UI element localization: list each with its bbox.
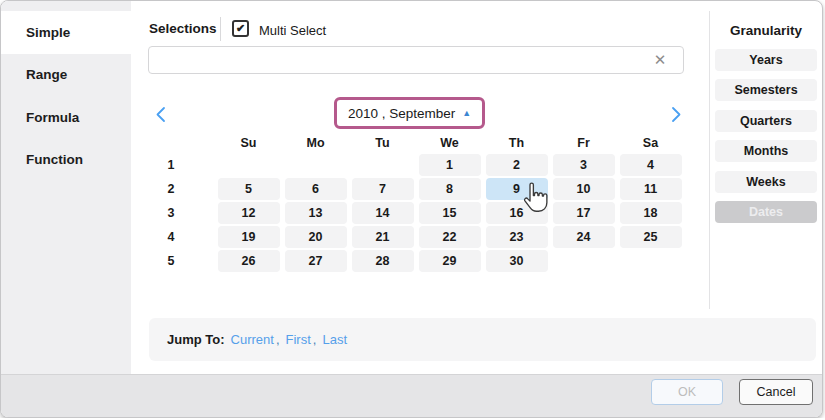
selections-label: Selections (149, 21, 217, 36)
selections-input[interactable] (148, 46, 684, 74)
granularity-years-button[interactable]: Years (715, 49, 817, 71)
day-button[interactable]: 13 (285, 202, 347, 224)
empty-day-cell (617, 249, 684, 273)
mode-sidebar: Simple Range Formula Function (1, 1, 131, 377)
next-month-button[interactable] (667, 105, 685, 123)
separator: , (313, 332, 317, 347)
jump-to-bar: Jump To: Current , First , Last (149, 318, 816, 361)
annotation-highlight: 2010 , September ▲ (334, 97, 485, 129)
day-button[interactable]: 25 (620, 226, 682, 248)
previous-month-button[interactable] (151, 105, 169, 123)
day-button[interactable]: 7 (352, 178, 414, 200)
jump-to-current-link[interactable]: Current (231, 332, 274, 347)
day-button[interactable]: 16 (486, 202, 548, 224)
empty-day-cell (215, 153, 282, 177)
sidebar-item-function[interactable]: Function (1, 138, 131, 181)
dropdown-up-icon: ▲ (462, 109, 471, 118)
day-button[interactable]: 21 (352, 226, 414, 248)
date-picker-dialog: Simple Range Formula Function Selections… (0, 0, 823, 418)
separator: , (276, 332, 280, 347)
month-year-dropdown[interactable]: 2010 , September ▲ (348, 106, 471, 121)
day-button[interactable]: 2 (486, 154, 548, 176)
empty-day-cell (550, 249, 617, 273)
sidebar-item-simple[interactable]: Simple (1, 11, 131, 54)
day-button[interactable]: 22 (419, 226, 481, 248)
day-button[interactable]: 14 (352, 202, 414, 224)
week-number: 5 (127, 249, 215, 273)
day-button[interactable]: 19 (218, 226, 280, 248)
day-button[interactable]: 12 (218, 202, 280, 224)
day-button[interactable]: 23 (486, 226, 548, 248)
clear-icon[interactable]: ✕ (649, 50, 671, 70)
month-year-label: 2010 , September (348, 106, 455, 121)
day-button[interactable]: 3 (553, 154, 615, 176)
granularity-semesters-button[interactable]: Semesters (715, 79, 817, 101)
chevron-right-icon (671, 106, 682, 123)
weekday-header: Mo (282, 133, 349, 153)
day-button[interactable]: 24 (553, 226, 615, 248)
granularity-weeks-button[interactable]: Weeks (715, 171, 817, 193)
ok-button[interactable]: OK (651, 379, 723, 405)
jump-to-first-link[interactable]: First (286, 332, 311, 347)
divider (220, 17, 221, 41)
week-number: 2 (127, 177, 215, 201)
calendar-grid: Su Mo Tu We Th Fr Sa 1 1 2 3 4 2 5 6 7 8… (127, 133, 684, 273)
day-button[interactable]: 15 (419, 202, 481, 224)
granularity-quarters-button[interactable]: Quarters (715, 110, 817, 132)
day-button[interactable]: 17 (553, 202, 615, 224)
day-button[interactable]: 4 (620, 154, 682, 176)
multi-select-label: Multi Select (259, 23, 326, 38)
day-button[interactable]: 18 (620, 202, 682, 224)
chevron-left-icon (155, 106, 166, 123)
jump-to-last-link[interactable]: Last (322, 332, 347, 347)
week-number: 4 (127, 225, 215, 249)
granularity-months-button[interactable]: Months (715, 140, 817, 162)
day-button[interactable]: 1 (419, 154, 481, 176)
day-button[interactable]: 6 (285, 178, 347, 200)
cancel-button[interactable]: Cancel (739, 379, 813, 405)
day-button[interactable]: 26 (218, 250, 280, 272)
day-button[interactable]: 20 (285, 226, 347, 248)
day-button[interactable]: 5 (218, 178, 280, 200)
checkmark-icon: ✔ (236, 22, 245, 35)
weekday-header: Su (215, 133, 282, 153)
weekday-header: Tu (349, 133, 416, 153)
weekday-header: We (416, 133, 483, 153)
weekday-header: Fr (550, 133, 617, 153)
week-number: 3 (127, 201, 215, 225)
weekday-header: Sa (617, 133, 684, 153)
day-button-hovered[interactable]: 9 (486, 178, 548, 200)
day-button[interactable]: 11 (620, 178, 682, 200)
day-button[interactable]: 28 (352, 250, 414, 272)
day-button[interactable]: 27 (285, 250, 347, 272)
divider (709, 11, 710, 309)
week-number: 1 (127, 153, 215, 177)
jump-to-label: Jump To: (167, 332, 225, 347)
multi-select-checkbox[interactable]: ✔ (232, 20, 249, 37)
sidebar-item-formula[interactable]: Formula (1, 96, 131, 139)
sidebar-item-range[interactable]: Range (1, 53, 131, 96)
empty-day-cell (282, 153, 349, 177)
weeknum-header (127, 133, 215, 153)
empty-day-cell (349, 153, 416, 177)
day-button[interactable]: 29 (419, 250, 481, 272)
day-button[interactable]: 30 (486, 250, 548, 272)
day-button[interactable]: 10 (553, 178, 615, 200)
granularity-title: Granularity (710, 23, 822, 38)
dialog-footer: OK Cancel (1, 374, 822, 417)
day-button[interactable]: 8 (419, 178, 481, 200)
granularity-dates-button[interactable]: Dates (715, 201, 817, 223)
weekday-header: Th (483, 133, 550, 153)
